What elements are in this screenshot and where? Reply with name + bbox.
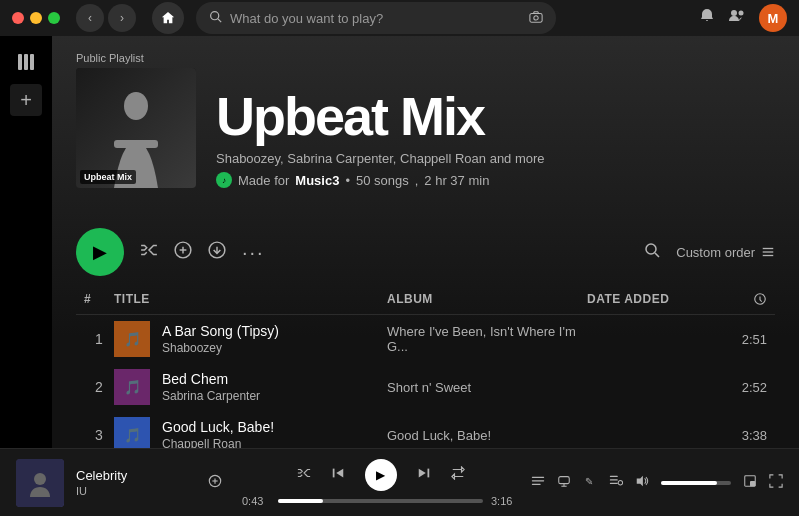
controls-bar: ▶ ··· Custom order xyxy=(52,220,799,288)
svg-line-19 xyxy=(655,253,659,257)
svg-marker-44 xyxy=(336,469,343,478)
track-title-block: A Bar Song (Tipsy) Shaboozey xyxy=(162,323,279,355)
shuffle-icon[interactable] xyxy=(140,241,158,264)
fullscreen-icon[interactable] xyxy=(769,474,783,491)
next-button[interactable] xyxy=(417,466,431,483)
sidebar: + xyxy=(0,36,52,448)
header-content: Upbeat Mix Upbeat Mix Shaboozey, Sabrina… xyxy=(76,68,775,188)
progress-bar[interactable] xyxy=(278,499,483,503)
playlist-name-badge: Upbeat Mix xyxy=(80,170,136,184)
svg-rect-6 xyxy=(18,54,22,70)
forward-button[interactable]: › xyxy=(108,4,136,32)
download-icon[interactable] xyxy=(208,241,226,264)
search-input[interactable] xyxy=(230,11,521,26)
now-playing-artist: IU xyxy=(76,485,196,497)
track-artist: Chappell Roan xyxy=(162,437,274,448)
miniplayer-icon[interactable] xyxy=(743,474,757,491)
table-row[interactable]: 2 🎵 Bed Chem Sabrina Carpenter Short n' … xyxy=(76,363,775,411)
track-number: 1 xyxy=(84,331,114,347)
queue-icon[interactable] xyxy=(531,474,545,491)
volume-icon[interactable] xyxy=(635,474,649,491)
current-time: 0:43 xyxy=(242,495,270,507)
svg-point-4 xyxy=(731,10,737,16)
track-title-block: Good Luck, Babe! Chappell Roan xyxy=(162,419,274,448)
track-thumbnail: 🎵 xyxy=(114,321,150,357)
maximize-button[interactable] xyxy=(48,12,60,24)
track-artist: Sabrina Carpenter xyxy=(162,389,260,403)
col-title: Title xyxy=(114,292,387,306)
svg-rect-56 xyxy=(610,483,618,484)
svg-rect-49 xyxy=(532,484,541,485)
spotify-logo: ♪ xyxy=(216,172,232,188)
table-row[interactable]: 3 🎵 Good Luck, Babe! Chappell Roan Good … xyxy=(76,411,775,448)
svg-rect-54 xyxy=(610,476,618,477)
svg-rect-12 xyxy=(114,140,158,148)
svg-text:✎: ✎ xyxy=(585,476,593,487)
notification-icon[interactable] xyxy=(699,8,715,28)
svg-rect-2 xyxy=(530,13,542,22)
track-info: 🎵 Good Luck, Babe! Chappell Roan xyxy=(114,417,387,448)
playback-buttons: ▶ xyxy=(297,459,465,491)
add-icon[interactable] xyxy=(174,241,192,264)
svg-rect-45 xyxy=(427,469,429,478)
total-time: 3:16 xyxy=(491,495,519,507)
playlist-duration: 2 hr 37 min xyxy=(424,173,489,188)
col-duration xyxy=(707,292,767,306)
svg-marker-58 xyxy=(637,476,643,487)
svg-point-11 xyxy=(124,92,148,120)
track-thumbnail: 🎵 xyxy=(114,417,150,448)
avatar[interactable]: M xyxy=(759,4,787,32)
track-thumbnail: 🎵 xyxy=(114,369,150,405)
create-playlist-button[interactable]: + xyxy=(10,84,42,116)
svg-line-1 xyxy=(218,19,221,22)
table-row[interactable]: 1 🎵 A Bar Song (Tipsy) Shaboozey Where I… xyxy=(76,315,775,363)
sidebar-library-icon[interactable] xyxy=(16,52,36,72)
track-title-block: Bed Chem Sabrina Carpenter xyxy=(162,371,260,403)
svg-marker-46 xyxy=(418,469,425,478)
camera-icon[interactable] xyxy=(529,10,543,27)
main-content: Public Playlist xyxy=(52,36,799,448)
repeat-button[interactable] xyxy=(451,466,465,483)
track-album: Short n' Sweet xyxy=(387,380,587,395)
home-button[interactable] xyxy=(152,2,184,34)
toolbar-right: M xyxy=(699,4,787,32)
titlebar: ‹ › M xyxy=(0,0,799,36)
close-button[interactable] xyxy=(12,12,24,24)
player-right-controls: ✎ xyxy=(531,474,783,491)
svg-rect-55 xyxy=(610,479,618,480)
volume-bar[interactable] xyxy=(661,481,731,485)
public-label: Public Playlist xyxy=(76,52,775,64)
track-name: Bed Chem xyxy=(162,371,260,387)
play-button[interactable]: ▶ xyxy=(76,228,124,276)
track-album: Good Luck, Babe! xyxy=(387,428,587,443)
connect-icon[interactable] xyxy=(557,474,571,491)
svg-point-39 xyxy=(34,473,46,485)
now-playing-bar: Celebrity IU ▶ 0:43 3:16 xyxy=(0,448,799,516)
made-for-label: Made for xyxy=(238,173,289,188)
svg-point-3 xyxy=(534,15,538,19)
now-playing-play-button[interactable]: ▶ xyxy=(365,459,397,491)
lyrics-icon[interactable]: ✎ xyxy=(583,474,597,491)
col-album: Album xyxy=(387,292,587,306)
custom-order-button[interactable]: Custom order xyxy=(676,245,775,260)
queue-list-icon[interactable] xyxy=(609,474,623,491)
like-button[interactable] xyxy=(208,474,222,491)
svg-text:🎵: 🎵 xyxy=(124,331,142,348)
svg-rect-8 xyxy=(30,54,34,70)
minimize-button[interactable] xyxy=(30,12,42,24)
track-search-icon[interactable] xyxy=(644,242,660,262)
col-num: # xyxy=(84,292,114,306)
back-button[interactable]: ‹ xyxy=(76,4,104,32)
previous-button[interactable] xyxy=(331,466,345,483)
track-duration: 2:52 xyxy=(707,380,767,395)
custom-order-label: Custom order xyxy=(676,245,755,260)
comma-separator: , xyxy=(415,173,419,188)
song-count: 50 songs xyxy=(356,173,409,188)
track-info: 🎵 A Bar Song (Tipsy) Shaboozey xyxy=(114,321,387,357)
search-bar[interactable] xyxy=(196,2,556,34)
more-options-icon[interactable]: ··· xyxy=(242,241,265,264)
svg-text:🎵: 🎵 xyxy=(124,427,142,444)
nav-buttons: ‹ › xyxy=(76,4,136,32)
friends-icon[interactable] xyxy=(729,8,745,28)
shuffle-button[interactable] xyxy=(297,466,311,483)
